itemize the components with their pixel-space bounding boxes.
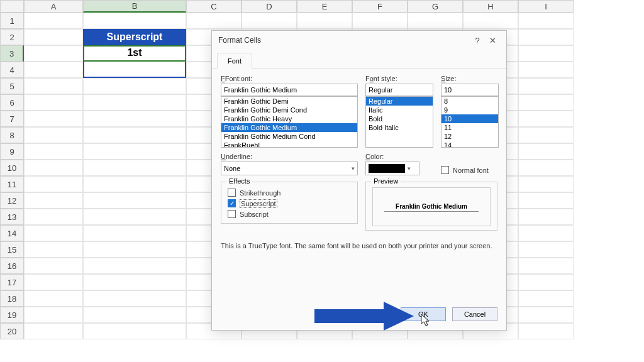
list-item[interactable]: Franklin Gothic Medium (221, 123, 357, 132)
cell-I20[interactable] (518, 323, 574, 339)
cell-I13[interactable] (518, 209, 574, 225)
cell-B6[interactable] (83, 94, 186, 111)
cell-B5[interactable] (83, 78, 186, 94)
row-header-13[interactable]: 13 (0, 209, 24, 225)
list-item[interactable]: 10 (441, 114, 498, 123)
cell-A17[interactable] (24, 274, 83, 290)
list-item[interactable]: Italic (366, 106, 433, 114)
list-item[interactable]: Bold Italic (366, 123, 433, 132)
cell-B19[interactable] (83, 307, 186, 323)
cancel-button[interactable]: Cancel (452, 307, 497, 321)
close-button[interactable]: ✕ (485, 33, 500, 48)
list-item[interactable]: Franklin Gothic Medium Cond (221, 132, 357, 141)
cell-A3[interactable] (24, 45, 83, 62)
subscript-checkbox[interactable]: Subscript (228, 209, 351, 219)
cell-A16[interactable] (24, 258, 83, 274)
cell-I7[interactable] (518, 111, 574, 127)
cell-A19[interactable] (24, 307, 83, 323)
cell-I11[interactable] (518, 176, 574, 192)
superscript-checkbox[interactable]: Superscript (228, 198, 351, 209)
list-item[interactable]: FrankRuehl (221, 141, 357, 148)
cell-B3[interactable]: 1st (83, 45, 186, 62)
row-header-1[interactable]: 1 (0, 13, 24, 29)
cell-B12[interactable] (83, 192, 186, 209)
cell-A11[interactable] (24, 176, 83, 192)
cell-A6[interactable] (24, 94, 83, 111)
list-item[interactable]: 9 (441, 106, 498, 114)
list-item[interactable]: Franklin Gothic Heavy (221, 114, 357, 123)
cell-A12[interactable] (24, 192, 83, 209)
cell-A13[interactable] (24, 209, 83, 225)
cell-B11[interactable] (83, 176, 186, 192)
cell-E1[interactable] (297, 13, 352, 29)
row-header-10[interactable]: 10 (0, 160, 24, 176)
column-header-B[interactable]: B (83, 0, 186, 13)
column-header-E[interactable]: E (297, 0, 352, 13)
column-header-I[interactable]: I (518, 0, 574, 13)
column-header-A[interactable]: A (24, 0, 83, 13)
cell-I9[interactable] (518, 143, 574, 160)
cell-B14[interactable] (83, 225, 186, 241)
row-header-9[interactable]: 9 (0, 143, 24, 160)
cell-A20[interactable] (24, 323, 83, 339)
cell-I15[interactable] (518, 241, 574, 258)
cell-I16[interactable] (518, 258, 574, 274)
font-listbox[interactable]: Franklin Gothic DemiFranklin Gothic Demi… (221, 96, 358, 148)
cell-A14[interactable] (24, 225, 83, 241)
cell-A8[interactable] (24, 127, 83, 143)
row-header-12[interactable]: 12 (0, 192, 24, 209)
column-header-D[interactable]: D (242, 0, 297, 13)
cell-B2[interactable]: Superscript (83, 29, 186, 45)
cell-B8[interactable] (83, 127, 186, 143)
cell-I5[interactable] (518, 78, 574, 94)
cell-B16[interactable] (83, 258, 186, 274)
list-item[interactable]: Franklin Gothic Demi Cond (221, 106, 357, 114)
cell-B10[interactable] (83, 160, 186, 176)
cell-I3[interactable] (518, 45, 574, 62)
list-item[interactable]: Franklin Gothic Demi (221, 97, 357, 106)
list-item[interactable]: 14 (441, 141, 498, 148)
normal-font-checkbox[interactable]: Normal font (441, 165, 489, 175)
cell-I8[interactable] (518, 127, 574, 143)
cell-B17[interactable] (83, 274, 186, 290)
cell-A1[interactable] (24, 13, 83, 29)
cell-H1[interactable] (463, 13, 518, 29)
cell-A9[interactable] (24, 143, 83, 160)
row-header-14[interactable]: 14 (0, 225, 24, 241)
cell-F1[interactable] (352, 13, 408, 29)
cell-I2[interactable] (518, 29, 574, 45)
cell-A4[interactable] (24, 62, 83, 78)
select-all-corner[interactable] (0, 0, 24, 13)
cell-A10[interactable] (24, 160, 83, 176)
size-input[interactable] (441, 84, 499, 96)
font-style-input[interactable] (365, 84, 433, 96)
cell-A18[interactable] (24, 290, 83, 307)
cell-B18[interactable] (83, 290, 186, 307)
font-style-listbox[interactable]: RegularItalicBoldBold Italic (365, 96, 433, 148)
cell-I6[interactable] (518, 94, 574, 111)
row-header-18[interactable]: 18 (0, 290, 24, 307)
cell-I12[interactable] (518, 192, 574, 209)
row-header-7[interactable]: 7 (0, 111, 24, 127)
column-header-F[interactable]: F (352, 0, 408, 13)
row-header-4[interactable]: 4 (0, 62, 24, 78)
cell-I10[interactable] (518, 160, 574, 176)
cell-I1[interactable] (518, 13, 574, 29)
list-item[interactable]: 8 (441, 97, 498, 106)
cell-B4[interactable] (83, 62, 186, 78)
row-header-2[interactable]: 2 (0, 29, 24, 45)
cell-A15[interactable] (24, 241, 83, 258)
cell-B1[interactable] (83, 13, 186, 29)
row-header-6[interactable]: 6 (0, 94, 24, 111)
cell-I4[interactable] (518, 62, 574, 78)
row-header-8[interactable]: 8 (0, 127, 24, 143)
cell-D1[interactable] (242, 13, 297, 29)
column-header-C[interactable]: C (186, 0, 242, 13)
cell-A7[interactable] (24, 111, 83, 127)
list-item[interactable]: 11 (441, 123, 498, 132)
cell-I17[interactable] (518, 274, 574, 290)
list-item[interactable]: Bold (366, 114, 433, 123)
help-button[interactable]: ? (470, 33, 485, 48)
cell-G1[interactable] (408, 13, 463, 29)
row-header-11[interactable]: 11 (0, 176, 24, 192)
